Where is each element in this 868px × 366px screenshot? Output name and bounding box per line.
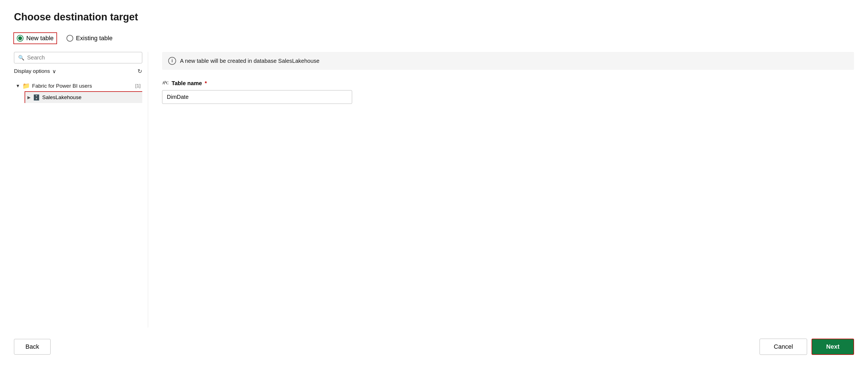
- table-name-label-text: Table name: [172, 80, 202, 87]
- folder-chevron-icon: ▼: [16, 84, 20, 89]
- display-options-button[interactable]: Display options ∨: [14, 68, 56, 74]
- abc-icon: A B C: [162, 80, 169, 87]
- db-label: SalesLakehouse: [42, 94, 82, 100]
- tree-view: ▼ 📁 Fabric for Power BI users [1] ▶ 🗄️ S…: [14, 80, 142, 103]
- radio-new-table-label: New table: [26, 35, 54, 42]
- table-name-label-row: A B C Table name *: [162, 80, 854, 87]
- next-button[interactable]: Next: [811, 339, 854, 355]
- info-banner-text: A new table will be created in database …: [180, 58, 319, 64]
- footer-right-buttons: Cancel Next: [760, 339, 854, 355]
- table-name-section: A B C Table name *: [162, 80, 854, 104]
- tree-folder-item[interactable]: ▼ 📁 Fabric for Power BI users [1]: [14, 80, 142, 92]
- tree-scroll-area: ▼ 📁 Fabric for Power BI users [1] ▶ 🗄️ S…: [14, 80, 142, 164]
- radio-existing-table[interactable]: Existing table: [66, 35, 113, 42]
- refresh-button[interactable]: ↻: [137, 68, 142, 74]
- back-button[interactable]: Back: [14, 339, 51, 355]
- radio-existing-table-label: Existing table: [76, 35, 113, 42]
- radio-new-table[interactable]: New table: [14, 33, 57, 43]
- info-banner: i A new table will be created in databas…: [162, 52, 854, 70]
- page-title: Choose destination target: [14, 11, 854, 23]
- left-panel: 🔍 Display options ∨ ↻ ▼ 📁 Fabric for Pow…: [14, 52, 148, 328]
- radio-new-table-circle: [17, 35, 24, 42]
- main-content: 🔍 Display options ∨ ↻ ▼ 📁 Fabric for Pow…: [14, 52, 854, 328]
- db-item[interactable]: ▶ 🗄️ SalesLakehouse: [25, 92, 142, 103]
- search-icon: 🔍: [18, 55, 24, 61]
- radio-existing-table-circle: [66, 35, 73, 42]
- folder-label: Fabric for Power BI users: [32, 83, 133, 89]
- display-options-label: Display options: [14, 68, 50, 74]
- folder-count: [1]: [135, 83, 141, 89]
- radio-group: New table Existing table: [14, 33, 854, 43]
- required-star: *: [205, 80, 207, 87]
- right-panel: i A new table will be created in databas…: [148, 52, 854, 328]
- chevron-down-icon: ∨: [52, 68, 56, 74]
- folder-icon: 📁: [22, 82, 30, 90]
- display-options-row: Display options ∨ ↻: [14, 68, 142, 74]
- db-chevron-icon: ▶: [27, 95, 31, 100]
- tree-child: ▶ 🗄️ SalesLakehouse: [14, 92, 142, 103]
- svg-text:C: C: [166, 81, 169, 85]
- search-box: 🔍: [14, 52, 142, 63]
- info-icon: i: [168, 57, 176, 65]
- cancel-button[interactable]: Cancel: [760, 339, 807, 355]
- refresh-icon: ↻: [137, 68, 142, 74]
- search-input[interactable]: [27, 55, 138, 61]
- table-name-input[interactable]: [162, 90, 352, 104]
- footer: Back Cancel Next: [14, 328, 854, 355]
- database-icon: 🗄️: [33, 94, 40, 101]
